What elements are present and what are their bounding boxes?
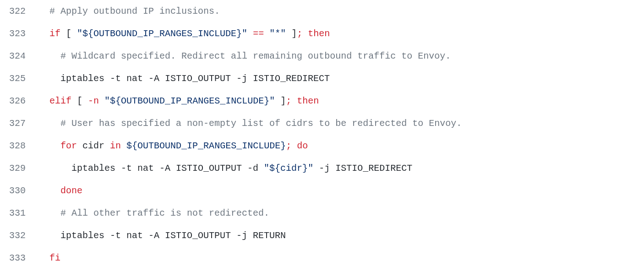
line-number: 322 — [9, 0, 26, 22]
code-block: 322323324325326327328329330331332333 # A… — [0, 0, 644, 269]
code-line[interactable]: if [ "${OUTBOUND_IP_RANGES_INCLUDE}" == … — [38, 22, 644, 45]
token: fi — [49, 253, 60, 263]
code-line[interactable]: fi — [38, 247, 644, 269]
token — [302, 28, 308, 39]
token: "${OUTBOUND_IP_RANGES_INCLUDE}" — [104, 96, 275, 106]
token — [291, 96, 297, 106]
token: cidr — [77, 141, 110, 151]
token: == — [253, 28, 264, 39]
line-number: 330 — [9, 180, 26, 202]
token: do — [297, 141, 308, 151]
token: elif — [49, 96, 71, 106]
line-number: 333 — [9, 247, 26, 269]
token — [291, 141, 297, 151]
token: [ — [60, 28, 77, 39]
code-line[interactable]: # Apply outbound IP inclusions. — [38, 0, 644, 22]
token: then — [297, 96, 319, 106]
token: done — [60, 185, 82, 196]
token: ; — [297, 28, 302, 39]
line-number: 328 — [9, 135, 26, 157]
code-line[interactable]: # User has specified a non-empty list of… — [38, 112, 644, 135]
line-number: 325 — [9, 67, 26, 90]
token: [ — [71, 96, 88, 106]
token: "*" — [269, 28, 286, 39]
token — [121, 141, 126, 151]
token: ] — [286, 28, 297, 39]
token: "${cidr}" — [264, 163, 313, 174]
token — [38, 118, 60, 129]
token: ; — [286, 96, 291, 106]
token — [38, 51, 60, 61]
token — [38, 28, 49, 39]
token: in — [110, 141, 121, 151]
line-number: 326 — [9, 90, 26, 112]
token — [38, 96, 49, 106]
line-number-gutter: 322323324325326327328329330331332333 — [0, 0, 38, 269]
token: then — [308, 28, 330, 39]
code-line[interactable]: iptables -t nat -A ISTIO_OUTPUT -j ISTIO… — [38, 67, 644, 90]
token: iptables -t nat -A ISTIO_OUTPUT -j RETUR… — [38, 230, 286, 241]
token — [264, 28, 269, 39]
token: -j ISTIO_REDIRECT — [313, 163, 412, 174]
token: "${OUTBOUND_IP_RANGES_INCLUDE}" — [77, 28, 247, 39]
token: # Wildcard specified. Redirect all remai… — [60, 51, 451, 61]
line-number: 332 — [9, 224, 26, 247]
token: if — [49, 28, 60, 39]
code-line[interactable]: iptables -t nat -A ISTIO_OUTPUT -j RETUR… — [38, 224, 644, 247]
token — [38, 253, 49, 263]
token: # User has specified a non-empty list of… — [60, 118, 462, 129]
line-number: 331 — [9, 202, 26, 224]
code-line[interactable]: done — [38, 180, 644, 202]
token — [99, 96, 104, 106]
code-line[interactable]: # All other traffic is not redirected. — [38, 202, 644, 224]
token — [38, 6, 49, 16]
code-content[interactable]: # Apply outbound IP inclusions. if [ "${… — [38, 0, 644, 269]
token: ; — [286, 141, 291, 151]
code-line[interactable]: elif [ -n "${OUTBOUND_IP_RANGES_INCLUDE}… — [38, 90, 644, 112]
token: ${OUTBOUND_IP_RANGES_INCLUDE} — [126, 141, 286, 151]
token: ] — [275, 96, 286, 106]
code-line[interactable]: # Wildcard specified. Redirect all remai… — [38, 45, 644, 67]
token: -n — [88, 96, 99, 106]
line-number: 324 — [9, 45, 26, 67]
token — [38, 208, 60, 218]
token — [38, 141, 60, 151]
line-number: 323 — [9, 22, 26, 45]
line-number: 329 — [9, 157, 26, 180]
token: # Apply outbound IP inclusions. — [49, 6, 220, 16]
token: iptables -t nat -A ISTIO_OUTPUT -d — [38, 163, 264, 174]
token — [247, 28, 253, 39]
token: for — [60, 141, 77, 151]
code-line[interactable]: iptables -t nat -A ISTIO_OUTPUT -d "${ci… — [38, 157, 644, 180]
token: # All other traffic is not redirected. — [60, 208, 269, 218]
token: iptables -t nat -A ISTIO_OUTPUT -j ISTIO… — [38, 73, 330, 84]
code-line[interactable]: for cidr in ${OUTBOUND_IP_RANGES_INCLUDE… — [38, 135, 644, 157]
token — [38, 185, 60, 196]
line-number: 327 — [9, 112, 26, 135]
